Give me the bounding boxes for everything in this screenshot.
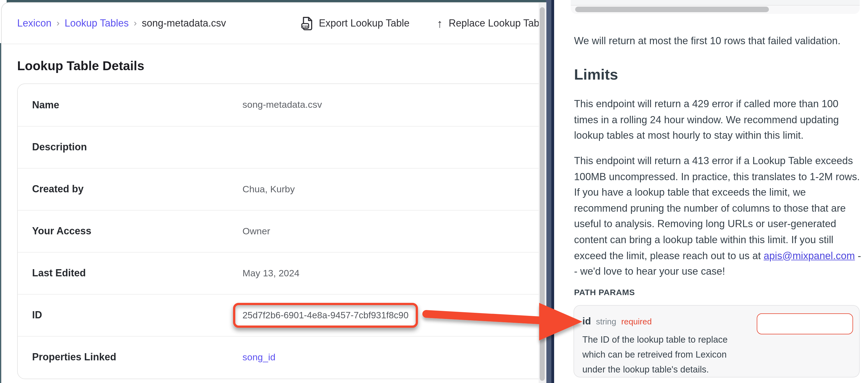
svg-text:csv: csv [302,24,308,28]
param-header: id string required [582,316,652,327]
csv-file-icon: csv [301,16,313,30]
replace-lookup-table-button[interactable]: ↑ Replace Lookup Table [437,3,547,44]
api-docs-panel: We will return at most the first 10 rows… [554,0,868,383]
red-arrow-annotation [420,292,586,353]
paragraph-text: This endpoint will return a 413 error if… [574,155,860,261]
horizontal-scrollbar-thumb[interactable] [575,7,769,12]
param-required-badge: required [621,317,652,326]
limits-paragraph-413: This endpoint will return a 413 error if… [574,153,861,280]
export-lookup-table-button[interactable]: csv Export Lookup Table [301,3,410,44]
table-row-last-edited: Last Edited May 13, 2024 [18,252,547,294]
email-link[interactable]: apis@mixpanel.com [764,249,855,261]
breadcrumb: Lexicon › Lookup Tables › song-metadata.… [17,3,226,44]
limits-paragraph-429: This endpoint will return a 429 error if… [574,96,861,144]
row-label: Description [18,141,243,153]
row-label: Name [18,99,243,111]
table-row-your-access: Your Access Owner [18,210,547,252]
upload-arrow-icon: ↑ [437,18,442,29]
row-value: Chua, Kurby [243,184,295,195]
row-value: 25d7f2b6-6901-4e8a-9457-7cbf931f8c90 [243,303,418,328]
id-param-input[interactable] [757,313,853,334]
breadcrumb-lexicon[interactable]: Lexicon [17,18,52,29]
lookup-table-id-value: 25d7f2b6-6901-4e8a-9457-7cbf931f8c90 [243,310,408,320]
path-param-card: id string required The ID of the lookup … [574,305,860,378]
chevron-separator-icon: › [57,18,60,29]
table-row-description: Description [18,126,547,168]
chevron-separator-icon: › [134,18,137,29]
top-bar: Lexicon › Lookup Tables › song-metadata.… [2,3,547,44]
param-description: The ID of the lookup table to replace wh… [582,332,748,377]
horizontal-scrollbar[interactable] [571,5,860,14]
row-label: Properties Linked [18,351,243,363]
replace-button-label: Replace Lookup Table [449,18,547,29]
limits-heading: Limits [574,66,618,83]
table-row-created-by: Created by Chua, Kurby [18,168,547,210]
export-button-label: Export Lookup Table [319,18,410,29]
table-row-name: Name song-metadata.csv [18,84,547,126]
row-label: Last Edited [18,268,243,279]
row-label: Your Access [18,225,243,237]
param-type: string [596,317,616,326]
breadcrumb-lookup-tables[interactable]: Lookup Tables [64,18,129,29]
breadcrumb-current-file: song-metadata.csv [142,18,226,29]
row-label: Created by [18,183,243,195]
song-id-property-link[interactable]: song_id [243,352,275,363]
screenshot-stage: Lexicon › Lookup Tables › song-metadata.… [0,0,868,383]
docs-top-band [571,0,860,5]
id-highlight-box: 25d7f2b6-6901-4e8a-9457-7cbf931f8c90 [233,303,418,328]
row-value: song-metadata.csv [243,100,322,110]
row-value: May 13, 2024 [243,268,300,279]
validation-note: We will return at most the first 10 rows… [574,35,841,47]
page-title: Lookup Table Details [17,58,144,73]
row-value: Owner [243,226,270,237]
row-label: ID [18,310,243,321]
